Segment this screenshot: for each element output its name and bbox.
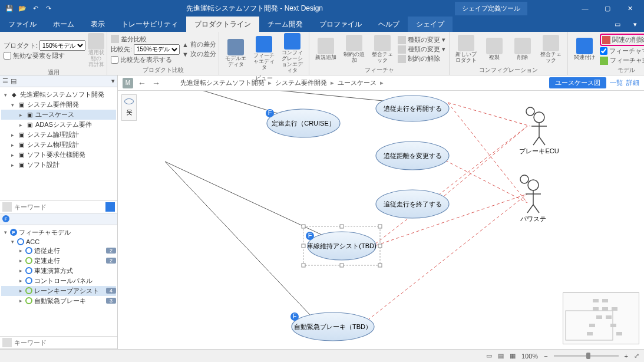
menu-profile[interactable]: プロファイル	[311, 17, 370, 32]
crumb[interactable]: システム要件開発	[275, 78, 327, 87]
minimap[interactable]	[563, 292, 639, 344]
usecase-node[interactable]: 追従距離を変更する	[376, 141, 449, 170]
product-select[interactable]: 150%モデル	[39, 40, 85, 51]
project-tree: ▾◆先進運転システムソフト開発 ▾▣システム要件開発 ▸▣ユースケース ▸▣AD…	[0, 87, 117, 172]
actor-node[interactable]: Fパワステ	[520, 175, 546, 222]
show-compare-checkbox[interactable]	[111, 56, 118, 64]
svg-rect-59	[612, 307, 617, 311]
nav-fwd-icon[interactable]: →	[151, 78, 161, 88]
check2-button[interactable]: 整合チェック	[538, 35, 564, 64]
svg-rect-19	[378, 264, 382, 267]
feature-item[interactable]: ▸レーンキープアシスト4	[1, 286, 116, 296]
svg-rect-15	[302, 244, 305, 248]
close-button[interactable]: ✕	[619, 5, 640, 12]
svg-text:F: F	[529, 107, 533, 114]
menubar: ファイル ホーム 表示 トレーサビリティ プロダクトライン チーム開発 プロファ…	[0, 17, 644, 32]
tree-node[interactable]: ▸▣システム論理設計	[1, 130, 116, 140]
menu-traceability[interactable]: トレーサビリティ	[113, 17, 186, 32]
feature-root[interactable]: ▾Fフィーチャモデル	[1, 228, 116, 238]
menu-file[interactable]: ファイル	[0, 17, 45, 32]
crumb[interactable]: 先進運転システムソフト開発	[180, 78, 265, 87]
zoom-slider[interactable]	[554, 355, 619, 357]
keyword-search-2	[0, 336, 117, 349]
product-label: プロダクト:	[4, 41, 38, 50]
tree-node-usecase[interactable]: ▸▣ユースケース	[1, 110, 116, 120]
feature-item[interactable]: ▸追従走行2	[1, 246, 116, 256]
tree-node[interactable]: ▸▣ソフト設計	[1, 160, 116, 170]
model-editor-button[interactable]: モデルエディタ	[223, 39, 249, 68]
menu-help[interactable]: ヘルプ	[370, 17, 408, 32]
nav-back-icon[interactable]: ←	[137, 78, 147, 88]
svg-line-6	[436, 156, 527, 203]
keyword-input-2[interactable]	[14, 339, 115, 346]
usecase-node[interactable]: F自動緊急ブレーキ（TBD）	[290, 312, 374, 341]
tree-node[interactable]: ▸▣システム物理設計	[1, 140, 116, 150]
zoom-fit-button[interactable]: ⤢	[634, 352, 639, 360]
redo-icon[interactable]: ↷	[42, 2, 54, 14]
diagram-canvas[interactable]: 웃	[118, 91, 644, 349]
menu-team[interactable]: チーム開発	[259, 17, 311, 32]
model-mode-button[interactable]: M	[123, 78, 133, 88]
filter-icon[interactable]	[105, 202, 115, 212]
tree-icon2: ▤	[11, 77, 16, 85]
show-feature-mark-checkbox[interactable]	[600, 47, 607, 55]
feature-item[interactable]: ▸定速走行2	[1, 256, 116, 266]
svg-rect-55	[593, 299, 599, 302]
tree-node[interactable]: ▾▣システム要件開発	[1, 100, 116, 110]
recalc-button[interactable]: 適用状態の 再計算	[88, 33, 104, 68]
link-button[interactable]: 関連付け	[572, 38, 597, 61]
svg-line-2	[165, 162, 342, 244]
add-new-button[interactable]: 新規追加	[313, 38, 339, 61]
usecase-node-selected[interactable]: F車線維持アシスト(TBD)	[306, 232, 377, 260]
open-icon[interactable]: 📂	[16, 2, 28, 14]
zoom-in-button[interactable]: +	[625, 353, 628, 360]
menu-productline[interactable]: プロダクトライン	[186, 17, 259, 32]
check-button[interactable]: 整合チェック	[369, 35, 395, 64]
svg-rect-13	[340, 225, 344, 228]
help-icon[interactable]: ▾	[626, 21, 644, 28]
svg-text:車線維持アシスト(TBD): 車線維持アシスト(TBD)	[307, 242, 376, 249]
tree-root[interactable]: ▾◆先進運転システムソフト開発	[1, 90, 116, 100]
maximize-button[interactable]: ▢	[597, 5, 618, 12]
delete-relation-button[interactable]: 関連の削除	[600, 34, 644, 46]
menu-view[interactable]: 表示	[82, 17, 113, 32]
keyword-input-1[interactable]	[14, 203, 103, 210]
window-controls: — ▢ ✕	[574, 5, 640, 12]
usecase-node[interactable]: 追従走行を終了する	[376, 190, 449, 218]
feature-item[interactable]: ▸自動緊急ブレーキ3	[1, 296, 116, 306]
feature-item[interactable]: ▸コントロールパネル	[1, 276, 116, 286]
crumb[interactable]: ユースケース	[338, 78, 377, 87]
actor-node[interactable]: FブレーキECU	[519, 107, 559, 154]
view-link-list[interactable]: 一覧	[610, 78, 623, 87]
new-product-button[interactable]: 新しいプロダクト	[453, 35, 479, 64]
add-constraint-button[interactable]: 制約の追加	[341, 35, 367, 64]
svg-rect-56	[602, 299, 608, 302]
pane-menu-icon[interactable]: ▾	[111, 77, 115, 85]
menu-shape[interactable]: シェイプ	[408, 17, 453, 32]
zoom-out-button[interactable]: −	[544, 353, 547, 360]
duplicate-button[interactable]: 複製	[481, 38, 507, 61]
tree-node[interactable]: ▸▣ADASシステム要件	[1, 120, 116, 130]
delete-button[interactable]: 削除	[510, 38, 536, 61]
svg-point-38	[534, 112, 544, 123]
collapse-ribbon-icon[interactable]: ▭	[609, 21, 626, 28]
svg-rect-14	[378, 225, 382, 228]
tree-node[interactable]: ▸▣ソフト要求仕様開発	[1, 150, 116, 160]
feature-node[interactable]: ▾ACC	[1, 238, 116, 246]
save-icon[interactable]: 💾	[4, 2, 15, 14]
view-link-detail[interactable]: 詳細	[626, 78, 639, 87]
compare-select[interactable]: 150%モデル	[134, 44, 180, 55]
view-tag[interactable]: ユースケース図	[549, 77, 606, 88]
menu-home[interactable]: ホーム	[45, 17, 82, 32]
left-column: ☰▤ ▾ ▾◆先進運転システムソフト開発 ▾▣システム要件開発 ▸▣ユースケース…	[0, 75, 118, 349]
config-editor-button[interactable]: コンフィグレーションエディタ	[279, 33, 305, 74]
usecase-node[interactable]: F定速走行（CRUISE）	[266, 109, 340, 137]
hide-invalid-checkbox[interactable]	[4, 52, 11, 60]
search-icon	[2, 202, 12, 212]
minimize-button[interactable]: —	[574, 5, 596, 12]
feature-editor-button[interactable]: フィーチャエディタ	[251, 36, 277, 71]
feature-item[interactable]: ▸車速演算方式	[1, 266, 116, 276]
usecase-node[interactable]: 追従走行を再開する	[376, 96, 449, 121]
diff-icon	[111, 35, 119, 43]
undo-icon[interactable]: ↶	[29, 2, 41, 14]
